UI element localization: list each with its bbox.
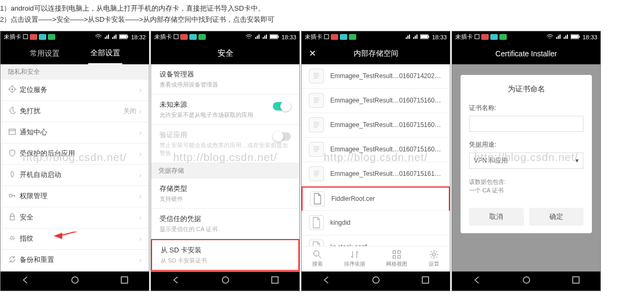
cert-name-input[interactable] (469, 116, 583, 132)
carrier-label: 未插卡 (305, 33, 322, 41)
row-label: 备份和重置 (20, 255, 139, 265)
text-file-icon (309, 142, 324, 157)
file-item[interactable]: kr-stock-conf (302, 235, 450, 246)
row-label: 受保护的后台应用 (20, 149, 139, 158)
nav-bar (302, 271, 450, 291)
battery-icon (420, 34, 430, 40)
signal-icon (262, 34, 267, 40)
file-browser-header: ✕ 内部存储空间 (302, 43, 450, 64)
chevron-right-icon: › (139, 150, 141, 158)
signal-icon (112, 34, 117, 40)
nav-recent[interactable] (119, 275, 130, 287)
badge-icon (481, 34, 489, 40)
grid-button[interactable]: 网格视图 (386, 250, 407, 268)
chevron-right-icon: › (139, 129, 141, 137)
svg-rect-15 (278, 36, 279, 38)
file-item-target[interactable]: FiddlerRoot.cer (302, 186, 450, 211)
close-icon[interactable]: ✕ (309, 48, 325, 58)
row-autostart[interactable]: 开机自动启动 › (1, 165, 149, 186)
file-item[interactable]: Emmagee_TestResult…0160715160247.csv (302, 89, 450, 113)
settings-button[interactable]: 设置 (429, 250, 439, 268)
nav-recent[interactable] (270, 275, 280, 287)
toggle-switch[interactable] (273, 102, 291, 111)
row-backup[interactable]: 备份和重置 › (1, 250, 149, 271)
nav-home[interactable] (70, 275, 80, 287)
row-security[interactable]: 安全 › (1, 207, 149, 228)
search-button[interactable]: 搜索 (312, 250, 323, 268)
signal-icon (563, 34, 568, 40)
nav-home[interactable] (371, 275, 381, 287)
battery-icon (270, 34, 279, 40)
status-bar: 未插卡 18:33 (151, 31, 299, 43)
nav-recent[interactable] (420, 275, 431, 287)
badge-icon (39, 34, 46, 40)
row-title: 未知来源 (160, 100, 291, 109)
file-item[interactable]: Emmagee_TestResult…0160715160910.csv (302, 138, 450, 162)
file-icon (309, 240, 324, 246)
arrow-annotation (54, 232, 144, 242)
nav-back[interactable] (321, 275, 332, 287)
nav-back[interactable] (472, 275, 482, 287)
nav-back[interactable] (171, 275, 181, 287)
row-dnd[interactable]: 免打扰 关闭 › (1, 101, 149, 122)
row-install-from-sd[interactable]: 从 SD 卡安装 从 SD 卡安装证书 (151, 239, 299, 271)
text-file-icon (309, 117, 324, 132)
wifi-icon (546, 34, 554, 40)
sim-icon (474, 34, 480, 40)
file-item[interactable]: kingdid (302, 211, 450, 235)
row-permissions[interactable]: 权限管理 › (1, 186, 149, 207)
badge-icon (499, 34, 507, 40)
battery-icon (571, 34, 580, 40)
file-icon (309, 215, 324, 230)
file-name: Emmagee_TestResult…0160715161624.csv (330, 170, 442, 177)
battery-icon (119, 34, 129, 40)
chevron-right-icon: › (139, 86, 141, 94)
usage-value: VPN 和应用 (474, 156, 508, 165)
svg-rect-33 (579, 36, 580, 38)
chevron-right-icon: › (139, 192, 141, 200)
chevron-right-icon: › (139, 107, 141, 115)
row-title: 受信任的凭据 (160, 214, 291, 224)
row-protected-apps[interactable]: 受保护的后台应用 › (1, 143, 149, 165)
nav-back[interactable] (20, 275, 31, 287)
row-subtitle: 显示受信任的 CA 证书 (160, 225, 291, 233)
tab-common[interactable]: 常用设置 (28, 44, 62, 64)
row-subtitle: 禁止安装可能会造成危害的应用，或在安装前提出警告 (160, 141, 291, 157)
cancel-button[interactable]: 取消 (469, 208, 524, 226)
file-item[interactable]: Emmagee_TestResult…0160715160413.csv (302, 113, 450, 138)
svg-rect-26 (393, 256, 396, 258)
row-notification[interactable]: 通知中心 › (1, 122, 149, 143)
row-storage-type[interactable]: 存储类型 支持硬件 (151, 179, 299, 209)
row-unknown-sources[interactable]: 未知来源 允许安装不是从电子市场获取的应用 (151, 95, 299, 125)
row-location[interactable]: 定位服务 › (1, 80, 149, 101)
row-trusted-creds[interactable]: 受信任的凭据 显示受信任的 CA 证书 (151, 209, 299, 239)
file-item[interactable]: Emmagee_TestResult…0160714202548.csv (302, 64, 450, 89)
chevron-down-icon: ▾ (575, 157, 579, 164)
signal-icon (556, 34, 561, 40)
svg-rect-6 (9, 129, 15, 134)
svg-point-29 (373, 277, 379, 283)
nav-home[interactable] (521, 275, 532, 287)
usage-select[interactable]: VPN 和应用 ▾ (469, 152, 583, 169)
row-title: 从 SD 卡安装 (161, 245, 290, 255)
svg-rect-0 (23, 35, 28, 39)
rocket-icon (8, 170, 20, 180)
nav-bar (452, 271, 600, 291)
svg-rect-13 (174, 35, 178, 39)
settings-tabs: 常用设置 全部设置 (1, 43, 149, 64)
svg-rect-12 (121, 277, 128, 283)
nav-home[interactable] (220, 275, 231, 287)
section-header: 隐私和安全 (1, 64, 149, 80)
tab-all[interactable]: 全部设置 (88, 43, 122, 64)
ok-button[interactable]: 确定 (529, 208, 584, 226)
svg-rect-24 (393, 251, 396, 253)
svg-rect-21 (428, 36, 429, 38)
row-label: 开机自动启动 (20, 170, 139, 180)
file-item[interactable]: Emmagee_TestResult…0160715161624.csv (302, 162, 450, 186)
row-subtitle: 从 SD 卡安装证书 (161, 257, 290, 265)
badge-icon (189, 34, 197, 40)
nav-recent[interactable] (571, 275, 581, 287)
chevron-right-icon: › (139, 171, 141, 179)
sort-button[interactable]: 排序依据 (344, 250, 365, 268)
row-device-admin[interactable]: 设备管理器 查看或停用设备管理器 (151, 64, 299, 95)
